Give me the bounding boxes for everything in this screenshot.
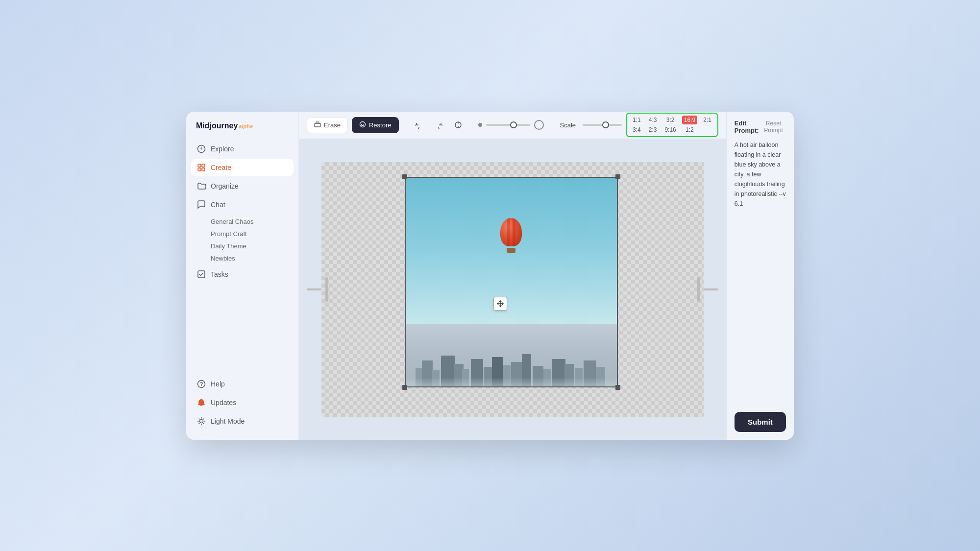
svg-text:?: ? xyxy=(200,381,203,387)
balloon-stripe-1 xyxy=(507,218,510,246)
sidebar-item-help[interactable]: ? Help xyxy=(191,375,294,393)
redo-button[interactable] xyxy=(431,117,446,133)
nav-items: Explore Create xyxy=(186,140,298,370)
sun-icon xyxy=(197,417,206,426)
ar-btn-3-4[interactable]: 3:4 xyxy=(631,125,643,134)
ar-btn-9-16[interactable]: 9:16 xyxy=(662,125,678,134)
restore-icon xyxy=(359,121,366,129)
image-sky xyxy=(405,177,618,324)
restore-button[interactable]: Restore xyxy=(352,117,399,133)
canvas-image[interactable] xyxy=(405,177,618,387)
ar-btn-1-2[interactable]: 1:2 xyxy=(682,125,697,134)
handle-bottom-right[interactable] xyxy=(615,385,620,390)
chat-icon xyxy=(197,200,206,209)
reset-button[interactable] xyxy=(450,117,466,133)
bell-icon xyxy=(197,398,206,407)
sidebar-item-updates[interactable]: Updates xyxy=(191,394,294,411)
scroll-handle-right[interactable] xyxy=(697,277,700,302)
grid-icon xyxy=(197,163,206,172)
sidebar-item-updates-label: Updates xyxy=(211,399,236,407)
erase-button[interactable]: Erase xyxy=(307,117,348,133)
sidebar-item-chat[interactable]: Chat xyxy=(191,196,294,214)
scale-slider[interactable] xyxy=(583,124,622,126)
ar-btn-2-3[interactable]: 2:3 xyxy=(647,125,659,134)
canvas-bottom-bar xyxy=(704,285,718,294)
sidebar-item-daily-theme[interactable]: Daily Theme xyxy=(191,240,294,252)
sidebar: Midjourney alpha Explore xyxy=(186,112,299,440)
scale-label: Scale xyxy=(560,121,576,129)
main-content: Erase Restore xyxy=(299,112,726,440)
balloon-body xyxy=(500,218,522,246)
sidebar-item-create[interactable]: Create xyxy=(191,159,294,176)
sidebar-item-general-chaos[interactable]: General Chaos xyxy=(191,216,294,228)
sidebar-item-newbies[interactable]: Newbies xyxy=(191,252,294,264)
canvas-outer xyxy=(321,162,704,417)
svg-line-15 xyxy=(203,423,204,424)
scale-slider-thumb xyxy=(602,121,609,128)
svg-point-19 xyxy=(360,121,365,127)
compass-icon xyxy=(197,144,206,153)
restore-label: Restore xyxy=(369,121,392,129)
brush-size-slider[interactable] xyxy=(486,124,530,126)
toolbar-divider-2 xyxy=(472,119,472,131)
tasks-icon xyxy=(197,270,206,279)
sidebar-item-help-label: Help xyxy=(211,380,225,388)
toolbar-divider-1 xyxy=(405,119,405,131)
undo-button[interactable] xyxy=(411,117,427,133)
horizon-haze xyxy=(405,378,618,387)
move-cursor-handle[interactable] xyxy=(493,297,507,311)
folder-icon xyxy=(197,182,206,191)
sidebar-item-explore[interactable]: Explore xyxy=(191,140,294,158)
ar-btn-2-1[interactable]: 2:1 xyxy=(701,116,713,124)
svg-line-14 xyxy=(199,419,199,419)
svg-point-9 xyxy=(200,419,203,423)
handle-top-right[interactable] xyxy=(615,174,620,179)
sidebar-item-prompt-craft[interactable]: Prompt Craft xyxy=(191,228,294,240)
app-name: Midjourney xyxy=(196,121,238,130)
app-version: alpha xyxy=(239,123,253,129)
brush-size-thumb xyxy=(510,121,517,128)
toolbar: Erase Restore xyxy=(299,112,726,139)
sidebar-item-tasks[interactable]: Tasks xyxy=(191,265,294,283)
sidebar-bottom: ? Help Updates xyxy=(186,370,298,430)
balloon-stripe-2 xyxy=(513,218,515,246)
svg-line-16 xyxy=(203,419,204,419)
app-window: Midjourney alpha Explore xyxy=(186,112,794,440)
ar-btn-4-3[interactable]: 4:3 xyxy=(647,116,659,124)
edit-prompt-header: Edit Prompt: Reset Prompt xyxy=(735,120,786,134)
hot-air-balloon xyxy=(500,218,522,253)
sidebar-item-light-mode[interactable]: Light Mode xyxy=(191,412,294,430)
scroll-handle-left[interactable] xyxy=(325,277,328,302)
logo: Midjourney alpha xyxy=(186,121,298,140)
reset-prompt-button[interactable]: Reset Prompt xyxy=(761,120,786,134)
svg-marker-1 xyxy=(200,146,202,150)
image-city xyxy=(405,324,618,387)
svg-rect-2 xyxy=(198,164,201,167)
handle-bottom-left[interactable] xyxy=(402,385,407,390)
canvas-top-bar xyxy=(307,285,321,294)
prompt-text: A hot air balloon floating in a clear bl… xyxy=(735,140,786,209)
submit-button[interactable]: Submit xyxy=(735,412,786,432)
svg-line-17 xyxy=(199,423,199,424)
ar-btn-3-2[interactable]: 3:2 xyxy=(662,116,678,124)
right-panel: Edit Prompt: Reset Prompt A hot air ball… xyxy=(726,112,794,440)
ar-btn-1-1[interactable]: 1:1 xyxy=(631,116,643,124)
brush-size-large-indicator xyxy=(534,120,544,130)
toolbar-divider-3 xyxy=(550,119,550,131)
top-scroll-indicator xyxy=(307,288,321,290)
sidebar-item-organize[interactable]: Organize xyxy=(191,177,294,195)
svg-rect-4 xyxy=(198,168,201,171)
ar-btn-16-9[interactable]: 16:9 xyxy=(682,116,697,124)
bottom-scroll-indicator xyxy=(704,288,718,290)
brush-size-small-indicator xyxy=(478,123,482,127)
sidebar-item-light-mode-label: Light Mode xyxy=(211,417,245,425)
sidebar-item-chat-label: Chat xyxy=(211,201,225,209)
svg-rect-18 xyxy=(315,123,320,127)
sidebar-item-explore-label: Explore xyxy=(211,145,234,153)
handle-top-left[interactable] xyxy=(402,174,407,179)
balloon-basket xyxy=(507,248,515,253)
help-icon: ? xyxy=(197,380,206,388)
svg-rect-5 xyxy=(202,168,205,171)
eraser-icon xyxy=(314,121,321,129)
sidebar-item-organize-label: Organize xyxy=(211,182,239,190)
